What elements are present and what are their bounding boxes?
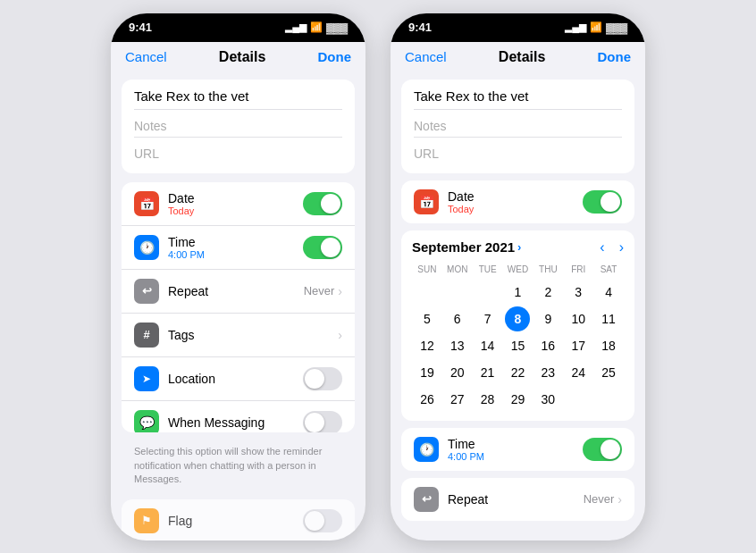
url-field-left[interactable]: URL (134, 143, 342, 164)
flag-label-left: Flag (168, 514, 303, 528)
time-toggle-left[interactable] (303, 236, 342, 259)
time-label-right: Time (448, 437, 583, 451)
time-toggle-right[interactable] (583, 438, 622, 461)
calendar-month-year: September 2021 › (412, 239, 521, 255)
calendar-day[interactable]: 19 (415, 360, 440, 385)
calendar-day[interactable]: 27 (445, 387, 470, 412)
calendar-day[interactable]: 8 (505, 306, 530, 331)
calendar-day[interactable]: 16 (535, 333, 560, 358)
calendar-day[interactable]: 23 (535, 360, 560, 385)
repeat-value-right: Never (584, 492, 615, 506)
status-time-left: 9:41 (129, 21, 152, 34)
calendar-day[interactable]: 4 (596, 280, 621, 305)
nav-bar-right: Cancel Details Done (391, 42, 645, 72)
calendar-day[interactable]: 24 (566, 360, 591, 385)
nav-title-right: Details (499, 49, 545, 65)
calendar-day[interactable]: 12 (415, 333, 440, 358)
calendar-day[interactable]: 25 (596, 360, 621, 385)
date-toggle-left[interactable] (303, 192, 342, 215)
calendar-day[interactable]: 15 (505, 333, 530, 358)
right-phone: 9:41 ▂▄▆ 📶 ▓▓▓ Cancel Details Done Take … (391, 13, 645, 540)
date-text-right: Date Today (448, 189, 583, 214)
repeat-row-right[interactable]: ↩ Repeat Never › (401, 478, 634, 521)
repeat-chevron-right: › (617, 492, 622, 507)
calendar-prev-button[interactable]: ‹ (600, 239, 604, 256)
location-row-left[interactable]: ➤ Location (122, 357, 355, 401)
tags-row-left[interactable]: # Tags › (122, 314, 355, 357)
calendar-day[interactable]: 18 (596, 333, 621, 358)
signal-icon-right: ▂▄▆ (565, 21, 586, 33)
repeat-icon-right: ↩ (414, 487, 439, 512)
calendar-day[interactable]: 10 (566, 306, 591, 331)
time-sublabel-left: 4:00 PM (168, 249, 303, 260)
date-label-left: Date (168, 191, 303, 205)
repeat-label-left: Repeat (168, 284, 304, 298)
notes-field-left[interactable]: Notes (134, 115, 342, 138)
status-icons-right: ▂▄▆ 📶 ▓▓▓ (565, 21, 627, 33)
date-toggle-right[interactable] (583, 190, 622, 214)
flag-row-left[interactable]: ⚑ Flag (122, 499, 355, 540)
date-row-right[interactable]: 📅 Date Today (401, 180, 634, 223)
location-label-left: Location (168, 372, 303, 386)
cancel-button-left[interactable]: Cancel (125, 49, 167, 64)
calendar-day[interactable]: 5 (415, 306, 440, 331)
repeat-text-left: Repeat (168, 284, 304, 298)
done-button-right[interactable]: Done (597, 49, 631, 64)
status-time-right: 9:41 (408, 21, 432, 34)
done-button-left[interactable]: Done (317, 49, 351, 64)
flag-toggle-left[interactable] (303, 509, 342, 532)
calendar-day[interactable]: 21 (475, 360, 500, 385)
time-row-right[interactable]: 🕐 Time 4:00 PM (401, 428, 634, 471)
signal-icon: ▂▄▆ (285, 21, 307, 33)
task-title-left[interactable]: Take Rex to the vet (134, 88, 342, 110)
calendar-day[interactable]: 17 (566, 333, 591, 358)
calendar-day[interactable]: 9 (535, 306, 560, 331)
calendar-day[interactable]: 28 (475, 387, 500, 412)
location-toggle-left[interactable] (303, 367, 342, 390)
time-icon-left: 🕐 (134, 235, 159, 260)
calendar-day[interactable]: 7 (475, 306, 500, 331)
flag-icon-left: ⚑ (134, 508, 159, 533)
url-field-right[interactable]: URL (414, 143, 622, 164)
messaging-hint-left: Selecting this option will show the remi… (122, 441, 355, 490)
repeat-value-left: Never (304, 284, 335, 297)
calendar-month-chevron[interactable]: › (517, 240, 521, 254)
date-row-left[interactable]: 📅 Date Today (122, 182, 355, 226)
calendar-day[interactable]: 22 (505, 360, 530, 385)
calendar-day[interactable]: 3 (566, 280, 591, 305)
time-icon-right: 🕐 (414, 437, 439, 462)
location-icon-left: ➤ (134, 366, 159, 391)
repeat-row-left[interactable]: ↩ Repeat Never › (122, 270, 355, 314)
time-row-left[interactable]: 🕐 Time 4:00 PM (122, 226, 355, 270)
date-text-left: Date Today (168, 191, 303, 216)
messaging-text-left: When Messaging (168, 415, 303, 430)
left-phone: 9:41 ▂▄▆ 📶 ▓▓▓ Cancel Details Done Take … (111, 13, 365, 540)
time-text-right: Time 4:00 PM (448, 437, 583, 462)
notes-field-right[interactable]: Notes (414, 115, 622, 138)
calendar-day[interactable]: 29 (505, 387, 530, 412)
repeat-label-right: Repeat (448, 492, 584, 507)
calendar-day[interactable]: 6 (445, 306, 470, 331)
messaging-row-left[interactable]: 💬 When Messaging (122, 401, 355, 433)
messaging-toggle-left[interactable] (303, 411, 342, 433)
day-sat: SAT (593, 263, 624, 276)
phone-content-left: Take Rex to the vet Notes URL 📅 Date Tod… (111, 72, 365, 540)
calendar-day[interactable]: 26 (415, 387, 440, 412)
calendar-day[interactable]: 1 (505, 280, 530, 305)
flag-text-left: Flag (168, 514, 303, 528)
tags-chevron-left: › (338, 328, 342, 342)
cancel-button-right[interactable]: Cancel (405, 49, 447, 64)
calendar-day[interactable]: 13 (445, 333, 470, 358)
location-text-left: Location (168, 372, 303, 386)
time-sublabel-right: 4:00 PM (448, 451, 583, 462)
calendar-day[interactable]: 30 (535, 387, 560, 412)
calendar-next-button[interactable]: › (619, 239, 624, 256)
task-card-left: Take Rex to the vet Notes URL (122, 80, 355, 173)
calendar-day (415, 280, 440, 305)
calendar-day[interactable]: 2 (535, 280, 560, 305)
task-title-right[interactable]: Take Rex to the vet (414, 88, 622, 110)
calendar-day[interactable]: 11 (596, 306, 621, 331)
calendar-day[interactable]: 14 (475, 333, 500, 358)
calendar-day (475, 280, 500, 305)
calendar-day[interactable]: 20 (445, 360, 470, 385)
